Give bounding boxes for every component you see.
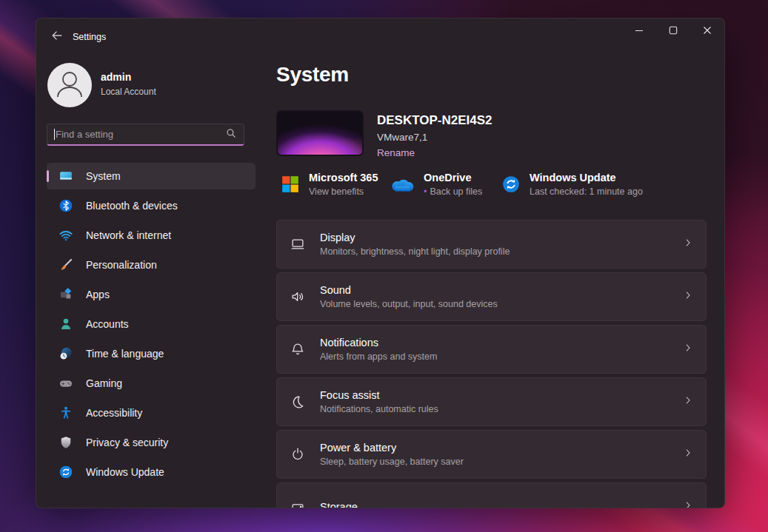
person-icon: [47, 61, 92, 109]
search-input[interactable]: [56, 129, 225, 140]
sidebar-item-personalization[interactable]: Personalization: [47, 252, 256, 278]
sidebar-item-privacy-security[interactable]: Privacy & security: [47, 429, 256, 456]
card-title: Focus assist: [320, 389, 438, 401]
sidebar-item-label: Privacy & security: [86, 437, 168, 448]
quicklink-subtitle: View benefits: [309, 186, 378, 197]
sidebar-item-label: Network & internet: [86, 229, 171, 241]
settings-card-storage[interactable]: Storage: [276, 482, 707, 508]
accessibility-icon: [59, 405, 73, 420]
shield-icon: [59, 435, 73, 450]
apps-icon: [59, 287, 73, 302]
clock-globe-icon: [59, 346, 73, 361]
sidebar-item-label: Apps: [86, 289, 110, 300]
sidebar-item-label: Windows Update: [86, 466, 164, 478]
card-title: Notifications: [320, 337, 437, 349]
status-bullet: •: [424, 186, 427, 197]
sidebar-item-accounts[interactable]: Accounts: [47, 311, 256, 337]
sidebar-item-label: Time & language: [86, 348, 164, 360]
settings-window: Settings admin Local Account System: [36, 18, 725, 508]
sidebar-item-time-language[interactable]: Time & language: [47, 340, 256, 367]
account-name: admin: [101, 71, 131, 83]
sidebar-item-bluetooth-devices[interactable]: Bluetooth & devices: [47, 192, 256, 219]
windows-update-icon: [501, 175, 521, 194]
card-title: Display: [320, 232, 510, 243]
storage-icon: [289, 498, 307, 508]
paintbrush-icon: [59, 257, 73, 272]
quicklink-title: OneDrive: [424, 172, 482, 183]
quicklink-onedrive[interactable]: OneDrive •Back up files: [390, 172, 482, 197]
power-icon: [289, 445, 307, 463]
settings-card-display[interactable]: Display Monitors, brightness, night ligh…: [276, 220, 707, 269]
sidebar-item-label: Accounts: [86, 318, 129, 330]
bluetooth-icon: [59, 198, 73, 213]
card-title: Sound: [320, 284, 498, 296]
quicklink-windows-update[interactable]: Windows Update Last checked: 1 minute ag…: [501, 172, 643, 197]
windows-update-icon: [59, 465, 73, 479]
quicklink-subtitle: •Back up files: [424, 186, 482, 197]
search-box[interactable]: [47, 124, 244, 146]
sidebar-item-accessibility[interactable]: Accessibility: [47, 400, 256, 426]
search-icon: [225, 127, 237, 142]
quicklink-title: Windows Update: [530, 172, 643, 183]
minimize-icon: [635, 24, 644, 38]
chevron-right-icon: [682, 499, 694, 508]
chevron-right-icon: [682, 289, 694, 304]
page-title: System: [276, 63, 349, 87]
bell-icon: [289, 340, 307, 358]
window-controls: [622, 18, 724, 44]
chevron-right-icon: [682, 447, 694, 462]
settings-card-notifications[interactable]: Notifications Alerts from apps and syste…: [276, 325, 707, 374]
maximize-icon: [669, 24, 678, 38]
device-name: DESKTOP-N2EI4S2: [377, 113, 492, 128]
sound-icon: [289, 288, 307, 306]
close-button[interactable]: [690, 18, 724, 44]
wifi-icon: [59, 228, 73, 243]
sidebar-item-label: Accessibility: [86, 407, 142, 419]
card-subtitle: Volume levels, output, input, sound devi…: [320, 299, 498, 309]
display-icon: [289, 235, 307, 253]
device-thumbnail: [276, 110, 364, 156]
window-title: Settings: [73, 32, 106, 42]
rename-link[interactable]: Rename: [377, 147, 415, 158]
maximize-button[interactable]: [656, 18, 690, 44]
sidebar-item-label: Gaming: [86, 377, 122, 389]
sidebar-item-apps[interactable]: Apps: [47, 281, 256, 308]
chevron-right-icon: [682, 237, 694, 252]
quicklink-title: Microsoft 365: [309, 172, 378, 183]
device-model: VMware7,1: [377, 132, 427, 143]
close-icon: [703, 24, 712, 38]
card-subtitle: Alerts from apps and system: [320, 351, 437, 362]
settings-card-focus-assist[interactable]: Focus assist Notifications, automatic ru…: [276, 377, 707, 426]
moon-icon: [289, 393, 307, 411]
selection-indicator: [47, 170, 49, 182]
card-subtitle: Notifications, automatic rules: [320, 404, 438, 414]
minimize-button[interactable]: [622, 18, 656, 44]
settings-card-power-battery[interactable]: Power & battery Sleep, battery usage, ba…: [276, 430, 707, 479]
sidebar-item-label: Personalization: [86, 259, 157, 271]
sidebar-item-system[interactable]: System: [47, 163, 256, 189]
account-type: Local Account: [101, 87, 156, 97]
card-subtitle: Monitors, brightness, night light, displ…: [320, 246, 510, 257]
card-subtitle: Sleep, battery usage, battery saver: [320, 457, 464, 467]
chevron-right-icon: [682, 342, 694, 357]
sidebar-item-gaming[interactable]: Gaming: [47, 370, 256, 397]
gamepad-icon: [59, 376, 73, 391]
sidebar-item-label: Bluetooth & devices: [86, 200, 178, 212]
avatar: [47, 63, 92, 107]
sidebar-item-network-internet[interactable]: Network & internet: [47, 222, 256, 249]
chevron-right-icon: [682, 394, 694, 409]
accounts-icon: [59, 317, 73, 331]
card-title: Storage: [320, 501, 358, 508]
back-arrow-icon: [50, 29, 64, 45]
onedrive-icon: [390, 176, 415, 193]
system-icon: [59, 169, 73, 183]
quicklink-subtitle: Last checked: 1 minute ago: [530, 186, 643, 197]
sidebar-item-windows-update[interactable]: Windows Update: [47, 459, 256, 485]
text-caret: [54, 129, 55, 140]
settings-card-sound[interactable]: Sound Volume levels, output, input, soun…: [276, 272, 707, 321]
back-button[interactable]: [45, 27, 69, 47]
quicklink-microsoft-365[interactable]: Microsoft 365 View benefits: [281, 172, 378, 197]
sidebar-item-label: System: [86, 170, 121, 182]
card-title: Power & battery: [320, 442, 464, 454]
microsoft-365-icon: [281, 175, 300, 194]
